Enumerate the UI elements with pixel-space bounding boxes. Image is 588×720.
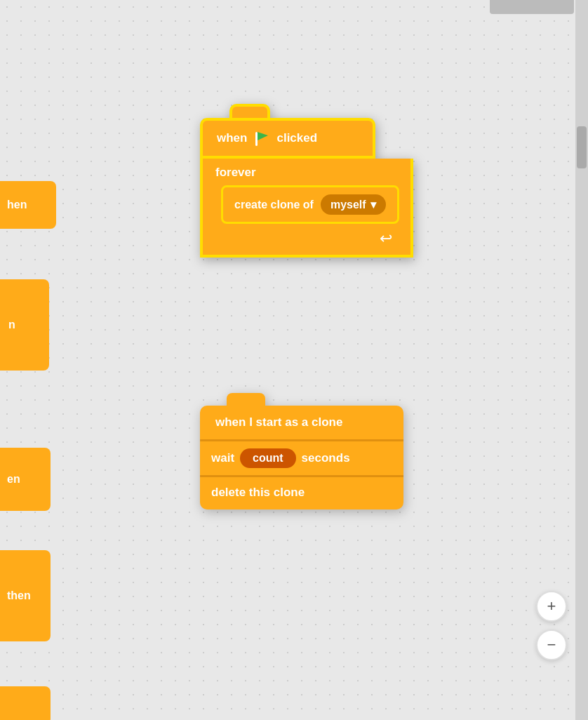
left-block-2-text: n [8,319,15,331]
left-partial-block-2: n [0,279,49,371]
preview-box [490,0,574,14]
green-flag-icon [253,129,271,147]
myself-dropdown[interactable]: myself ▾ [321,194,386,215]
wait-block[interactable]: wait count seconds [200,439,403,475]
scrollbar[interactable] [575,0,588,720]
repeat-arrow-icon: ↩ [215,229,399,251]
left-partial-block-5 [0,686,51,720]
forever-label: forever [215,166,399,180]
forever-block[interactable]: forever create clone of myself ▾ ↩ [200,159,413,258]
when-clone-block[interactable]: when I start as a clone [200,406,403,439]
create-clone-label: create clone of [234,199,314,211]
count-pill[interactable]: count [240,448,296,468]
left-partial-block-3: en [0,448,51,511]
seconds-label: seconds [302,451,350,465]
delete-clone-block[interactable]: delete this clone [200,475,403,509]
myself-label: myself [330,199,366,211]
block-group-1[interactable]: when clicked forever create clone of mys… [200,118,413,258]
scrollbar-thumb[interactable] [577,126,587,168]
clicked-label: clicked [276,131,317,145]
zoom-in-button[interactable]: + [536,591,567,622]
wait-label: wait [211,451,234,465]
when-label: when [217,131,247,145]
delete-clone-label: delete this clone [211,486,305,500]
left-partial-block-1: hen [0,181,56,229]
dropdown-arrow-icon: ▾ [370,198,376,211]
zoom-plus-icon: + [547,597,556,615]
svg-marker-1 [258,132,268,140]
zoom-out-button[interactable]: − [536,629,567,660]
left-block-1-text: hen [7,199,27,211]
zoom-minus-icon: − [547,636,556,654]
svg-rect-0 [255,132,258,146]
when-flag-clicked-block[interactable]: when clicked [200,118,375,159]
when-clone-label: when I start as a clone [215,415,342,429]
left-partial-block-4: then [0,550,51,641]
count-label: count [253,452,283,464]
left-block-4-text: then [7,589,31,602]
create-clone-block[interactable]: create clone of myself ▾ [221,185,399,224]
left-block-3-text: en [7,473,20,486]
block-group-2[interactable]: when I start as a clone wait count secon… [200,406,403,509]
